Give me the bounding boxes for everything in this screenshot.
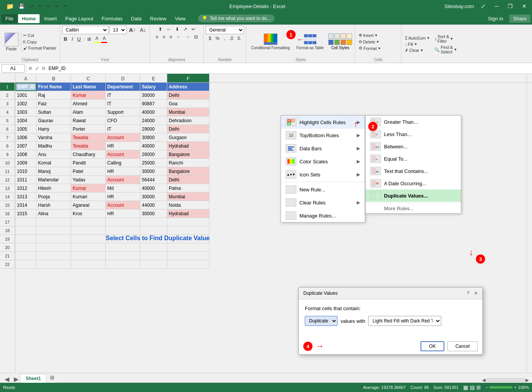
page-layout-btn[interactable]: ▤ [470,384,475,390]
col-header-B[interactable]: B [37,74,71,82]
col-header-A[interactable]: A [15,74,37,82]
conditional-formatting-button[interactable]: Conditional Formatting [248,32,293,51]
dialog-ok-btn[interactable]: OK [421,341,444,351]
sheet-nav-left[interactable]: ◀ [2,375,12,383]
cell-F6[interactable]: Delhi [167,125,209,133]
cell-D19[interactable]: Select Cells to Find Duplicate Value [106,235,140,243]
cell-B12[interactable]: Mahendar [37,176,71,184]
row-num-3[interactable]: 3 [0,100,15,108]
sheet-tab-sheet1[interactable]: Sheet1 [20,374,47,383]
dialog-duplicate-select[interactable]: Duplicate [305,316,337,326]
cell-B20[interactable] [37,243,71,252]
cell-B15[interactable]: Harsh [37,201,71,209]
orientation-btn[interactable]: ↗ [182,26,189,33]
vertical-scrollbar[interactable] [527,83,532,373]
dialog-help-btn[interactable]: ? [467,291,469,296]
horizontal-scrollbar[interactable]: ◀ ▶ [479,377,532,383]
row-num-20[interactable]: 20 [0,243,15,252]
row-num-1[interactable]: 1 [0,83,15,91]
undo-dropdown-btn[interactable]: ▼ [37,3,43,9]
cell-E2[interactable]: 30000 [140,91,167,100]
cell-C21[interactable] [71,252,106,260]
cell-E18[interactable] [140,226,167,235]
row-num-21[interactable]: 21 [0,252,15,260]
find-select-button[interactable]: 🔍 Find &Select ▼ [433,45,459,55]
delete-cells-button[interactable]: ⊖ Delete▼ [357,39,382,45]
cell-A15[interactable]: 1014 [15,201,37,209]
cell-B5[interactable]: Gaurav [37,116,71,125]
align-middle-btn[interactable]: ↔ [165,26,173,33]
format-painter-button[interactable]: 🖌 Format Painter [22,45,58,51]
cell-F16[interactable]: Hydrabad [167,209,209,218]
close-btn[interactable]: ✕ [520,2,529,10]
clear-button[interactable]: ✗ Clear ▼ [403,48,431,53]
insert-cells-button[interactable]: ⊕ Insert▼ [357,32,382,38]
dialog-cancel-btn[interactable]: Cancel [447,341,478,351]
align-top-btn[interactable]: ⬆ [157,26,164,33]
cell-C13[interactable]: Kumar [71,184,106,193]
sort-filter-button[interactable]: ↕ Sort &Filter ▼ [433,34,459,44]
cell-E9[interactable]: 26000 [140,150,167,159]
cell-E21[interactable] [140,252,167,260]
cell-C12[interactable]: Yadav [71,176,106,184]
cell-E11[interactable]: 30000 [140,167,167,176]
cell-A1[interactable]: EMP_ID [15,83,37,91]
sign-in-link[interactable]: Sign in [488,16,504,22]
comma-btn[interactable]: , [222,35,226,42]
row-num-8[interactable]: 8 [0,142,15,150]
cell-A2[interactable]: 1001 [15,91,37,100]
row-num-12[interactable]: 12 [0,176,15,184]
customize-dropdown-btn[interactable]: ▼ [62,3,69,9]
row-num-13[interactable]: 13 [0,184,15,193]
cell-E17[interactable] [140,218,167,226]
cell-C15[interactable]: Agarwal [71,201,106,209]
cell-A17[interactable] [15,218,37,226]
cell-E22[interactable] [140,260,167,269]
restore-btn[interactable]: ❐ [505,2,515,10]
cell-F9[interactable]: Bangalore [167,150,209,159]
bold-button[interactable]: B [62,35,69,43]
italic-button[interactable]: I [70,35,75,43]
col-header-E[interactable]: E [140,74,167,82]
cell-B10[interactable]: Komal [37,159,71,167]
cell-D1[interactable]: Department [106,83,140,91]
increase-decimal-btn[interactable]: 0. [236,35,243,42]
percent-btn[interactable]: % [214,35,221,42]
cell-A4[interactable]: 1003 [15,108,37,116]
cell-C10[interactable]: Pandit [71,159,106,167]
row-num-15[interactable]: 15 [0,201,15,209]
cell-E7[interactable]: 30900 [140,133,167,142]
cell-D9[interactable]: Account [106,150,140,159]
cell-D16[interactable]: HR [106,209,140,218]
cell-B18[interactable] [37,226,71,235]
cell-C6[interactable]: Porter [71,125,106,133]
cell-D13[interactable]: Md [106,184,140,193]
cell-D8[interactable]: HR [106,142,140,150]
decrease-decimal-btn[interactable]: .0 [228,35,235,42]
cell-E20[interactable] [140,243,167,252]
row-num-4[interactable]: 4 [0,108,15,116]
cell-A16[interactable]: 1015 [15,209,37,218]
cell-D17[interactable] [106,218,140,226]
align-bottom-btn[interactable]: ⬇ [174,26,181,33]
share-btn[interactable]: Share [509,15,530,23]
fill-color-button[interactable]: A [94,35,100,43]
cell-C17[interactable] [71,218,106,226]
cancel-formula-btn[interactable]: ✕ [28,65,33,71]
underline-button[interactable]: U [76,35,82,43]
row-num-7[interactable]: 7 [0,133,15,142]
confirm-formula-btn[interactable]: ✓ [35,65,40,71]
tell-me-box[interactable]: 💡 Tell me what you want to do... [198,15,274,22]
formula-input[interactable] [47,65,530,71]
cell-C7[interactable]: Tewatia [71,133,106,142]
cell-D11[interactable]: HR [106,167,140,176]
cell-D7[interactable]: Account [106,133,140,142]
cell-B7[interactable]: Varsha [37,133,71,142]
submenu-more-rules[interactable]: More Rules... [366,204,461,213]
cell-F5[interactable]: Dehradoon [167,116,209,125]
font-size-select[interactable]: 13 [110,26,126,34]
cell-C16[interactable]: Kros [71,209,106,218]
cell-E5[interactable]: 24000 [140,116,167,125]
cell-E15[interactable]: 44000 [140,201,167,209]
row-num-22[interactable]: 22 [0,260,15,269]
